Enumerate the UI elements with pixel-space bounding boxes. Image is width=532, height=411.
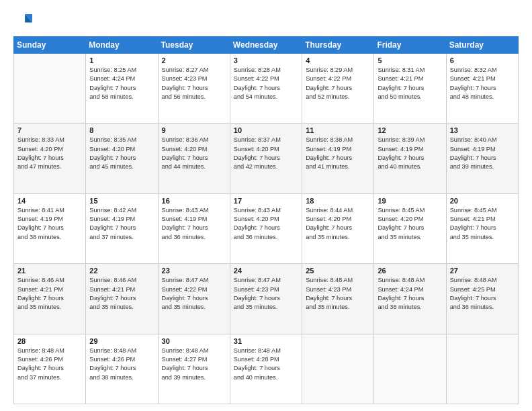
day-number: 15 bbox=[89, 197, 154, 205]
day-cell: 10Sunrise: 8:37 AMSunset: 4:20 PMDayligh… bbox=[230, 124, 302, 193]
day-info: Sunrise: 8:27 AMSunset: 4:23 PMDaylight:… bbox=[162, 66, 226, 101]
day-info: Sunrise: 8:32 AMSunset: 4:21 PMDaylight:… bbox=[450, 66, 515, 101]
day-cell bbox=[302, 334, 374, 404]
week-row-2: 7Sunrise: 8:33 AMSunset: 4:20 PMDaylight… bbox=[14, 124, 519, 193]
week-row-1: 1Sunrise: 8:25 AMSunset: 4:24 PMDaylight… bbox=[14, 54, 519, 124]
day-number: 3 bbox=[234, 56, 298, 64]
day-info: Sunrise: 8:48 AMSunset: 4:27 PMDaylight:… bbox=[162, 347, 226, 382]
logo-icon bbox=[13, 12, 32, 31]
day-number: 21 bbox=[17, 267, 82, 275]
day-cell: 8Sunrise: 8:35 AMSunset: 4:20 PMDaylight… bbox=[86, 124, 158, 193]
day-number: 30 bbox=[162, 337, 226, 345]
day-cell: 15Sunrise: 8:42 AMSunset: 4:19 PMDayligh… bbox=[86, 193, 158, 263]
day-number: 26 bbox=[378, 267, 442, 275]
day-cell: 5Sunrise: 8:31 AMSunset: 4:21 PMDaylight… bbox=[374, 54, 446, 124]
day-cell: 25Sunrise: 8:48 AMSunset: 4:23 PMDayligh… bbox=[302, 264, 374, 334]
day-info: Sunrise: 8:48 AMSunset: 4:24 PMDaylight:… bbox=[378, 276, 442, 312]
day-cell: 27Sunrise: 8:48 AMSunset: 4:25 PMDayligh… bbox=[446, 264, 518, 334]
day-info: Sunrise: 8:31 AMSunset: 4:21 PMDaylight:… bbox=[378, 66, 442, 101]
header-day-sunday: Sunday bbox=[14, 37, 86, 54]
day-cell: 1Sunrise: 8:25 AMSunset: 4:24 PMDaylight… bbox=[86, 54, 158, 124]
day-info: Sunrise: 8:29 AMSunset: 4:22 PMDaylight:… bbox=[306, 66, 370, 101]
day-cell: 29Sunrise: 8:48 AMSunset: 4:26 PMDayligh… bbox=[86, 334, 158, 404]
day-cell: 17Sunrise: 8:43 AMSunset: 4:20 PMDayligh… bbox=[230, 193, 302, 263]
day-cell: 14Sunrise: 8:41 AMSunset: 4:19 PMDayligh… bbox=[14, 193, 86, 263]
day-info: Sunrise: 8:48 AMSunset: 4:26 PMDaylight:… bbox=[89, 347, 154, 382]
day-number: 11 bbox=[306, 126, 370, 134]
header bbox=[13, 12, 519, 31]
day-number: 18 bbox=[306, 197, 370, 205]
day-info: Sunrise: 8:28 AMSunset: 4:22 PMDaylight:… bbox=[234, 66, 298, 101]
header-day-saturday: Saturday bbox=[446, 37, 518, 54]
day-info: Sunrise: 8:38 AMSunset: 4:19 PMDaylight:… bbox=[306, 136, 370, 171]
day-info: Sunrise: 8:47 AMSunset: 4:23 PMDaylight:… bbox=[234, 276, 298, 312]
day-info: Sunrise: 8:25 AMSunset: 4:24 PMDaylight:… bbox=[89, 66, 154, 101]
day-number: 25 bbox=[306, 267, 370, 275]
day-cell: 16Sunrise: 8:43 AMSunset: 4:19 PMDayligh… bbox=[158, 193, 230, 263]
day-cell bbox=[446, 334, 518, 404]
day-info: Sunrise: 8:33 AMSunset: 4:20 PMDaylight:… bbox=[17, 136, 82, 171]
day-cell: 20Sunrise: 8:45 AMSunset: 4:21 PMDayligh… bbox=[446, 193, 518, 263]
day-cell: 7Sunrise: 8:33 AMSunset: 4:20 PMDaylight… bbox=[14, 124, 86, 193]
day-number: 27 bbox=[450, 267, 515, 275]
day-info: Sunrise: 8:46 AMSunset: 4:21 PMDaylight:… bbox=[89, 276, 154, 312]
day-cell bbox=[374, 334, 446, 404]
day-number: 6 bbox=[450, 56, 515, 64]
day-cell: 18Sunrise: 8:44 AMSunset: 4:20 PMDayligh… bbox=[302, 193, 374, 263]
day-info: Sunrise: 8:36 AMSunset: 4:20 PMDaylight:… bbox=[162, 136, 226, 171]
day-cell bbox=[14, 54, 86, 124]
day-info: Sunrise: 8:39 AMSunset: 4:19 PMDaylight:… bbox=[378, 136, 442, 171]
day-cell: 11Sunrise: 8:38 AMSunset: 4:19 PMDayligh… bbox=[302, 124, 374, 193]
day-number: 10 bbox=[234, 126, 298, 134]
day-cell: 26Sunrise: 8:48 AMSunset: 4:24 PMDayligh… bbox=[374, 264, 446, 334]
day-info: Sunrise: 8:40 AMSunset: 4:19 PMDaylight:… bbox=[450, 136, 515, 171]
day-cell: 28Sunrise: 8:48 AMSunset: 4:26 PMDayligh… bbox=[14, 334, 86, 404]
day-number: 8 bbox=[89, 126, 154, 134]
day-info: Sunrise: 8:43 AMSunset: 4:19 PMDaylight:… bbox=[162, 206, 226, 242]
day-info: Sunrise: 8:48 AMSunset: 4:26 PMDaylight:… bbox=[17, 347, 82, 382]
page: SundayMondayTuesdayWednesdayThursdayFrid… bbox=[0, 0, 532, 411]
day-cell: 24Sunrise: 8:47 AMSunset: 4:23 PMDayligh… bbox=[230, 264, 302, 334]
day-cell: 23Sunrise: 8:47 AMSunset: 4:22 PMDayligh… bbox=[158, 264, 230, 334]
day-info: Sunrise: 8:45 AMSunset: 4:21 PMDaylight:… bbox=[450, 206, 515, 242]
day-number: 16 bbox=[162, 197, 226, 205]
day-info: Sunrise: 8:42 AMSunset: 4:19 PMDaylight:… bbox=[89, 206, 154, 242]
day-number: 20 bbox=[450, 197, 515, 205]
day-number: 9 bbox=[162, 126, 226, 134]
day-info: Sunrise: 8:43 AMSunset: 4:20 PMDaylight:… bbox=[234, 206, 298, 242]
week-row-5: 28Sunrise: 8:48 AMSunset: 4:26 PMDayligh… bbox=[14, 334, 519, 404]
day-cell: 13Sunrise: 8:40 AMSunset: 4:19 PMDayligh… bbox=[446, 124, 518, 193]
day-number: 29 bbox=[89, 337, 154, 345]
day-number: 17 bbox=[234, 197, 298, 205]
header-day-tuesday: Tuesday bbox=[158, 37, 230, 54]
header-day-thursday: Thursday bbox=[302, 37, 374, 54]
header-day-monday: Monday bbox=[86, 37, 158, 54]
day-number: 5 bbox=[378, 56, 442, 64]
day-info: Sunrise: 8:37 AMSunset: 4:20 PMDaylight:… bbox=[234, 136, 298, 171]
calendar-header-row: SundayMondayTuesdayWednesdayThursdayFrid… bbox=[14, 37, 519, 54]
day-number: 31 bbox=[234, 337, 298, 345]
day-info: Sunrise: 8:48 AMSunset: 4:23 PMDaylight:… bbox=[306, 276, 370, 312]
header-day-wednesday: Wednesday bbox=[230, 37, 302, 54]
day-number: 12 bbox=[378, 126, 442, 134]
day-number: 2 bbox=[162, 56, 226, 64]
day-number: 4 bbox=[306, 56, 370, 64]
day-info: Sunrise: 8:46 AMSunset: 4:21 PMDaylight:… bbox=[17, 276, 82, 312]
day-number: 23 bbox=[162, 267, 226, 275]
day-number: 28 bbox=[17, 337, 82, 345]
day-cell: 21Sunrise: 8:46 AMSunset: 4:21 PMDayligh… bbox=[14, 264, 86, 334]
day-info: Sunrise: 8:47 AMSunset: 4:22 PMDaylight:… bbox=[162, 276, 226, 312]
week-row-4: 21Sunrise: 8:46 AMSunset: 4:21 PMDayligh… bbox=[14, 264, 519, 334]
day-info: Sunrise: 8:44 AMSunset: 4:20 PMDaylight:… bbox=[306, 206, 370, 242]
day-cell: 2Sunrise: 8:27 AMSunset: 4:23 PMDaylight… bbox=[158, 54, 230, 124]
day-cell: 31Sunrise: 8:48 AMSunset: 4:28 PMDayligh… bbox=[230, 334, 302, 404]
day-info: Sunrise: 8:48 AMSunset: 4:28 PMDaylight:… bbox=[234, 347, 298, 382]
day-number: 22 bbox=[89, 267, 154, 275]
logo bbox=[13, 12, 35, 31]
day-cell: 12Sunrise: 8:39 AMSunset: 4:19 PMDayligh… bbox=[374, 124, 446, 193]
day-info: Sunrise: 8:48 AMSunset: 4:25 PMDaylight:… bbox=[450, 276, 515, 312]
day-cell: 22Sunrise: 8:46 AMSunset: 4:21 PMDayligh… bbox=[86, 264, 158, 334]
day-cell: 4Sunrise: 8:29 AMSunset: 4:22 PMDaylight… bbox=[302, 54, 374, 124]
day-cell: 3Sunrise: 8:28 AMSunset: 4:22 PMDaylight… bbox=[230, 54, 302, 124]
header-day-friday: Friday bbox=[374, 37, 446, 54]
